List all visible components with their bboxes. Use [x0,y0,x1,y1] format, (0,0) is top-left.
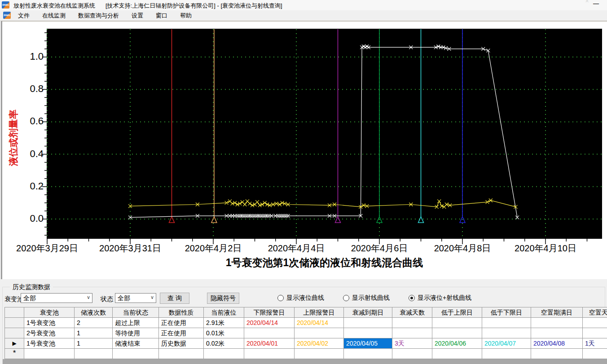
table-cell[interactable] [295,349,344,359]
column-header-13[interactable]: 空置天数 [583,307,607,318]
table-cell[interactable]: 2020/04/01 [244,338,295,349]
table-cell[interactable]: 2020/04/06 [432,338,482,349]
table-cell[interactable]: 1 [75,338,113,349]
menu-item-online-monitoring[interactable]: 在线监测 [36,10,72,21]
query-button[interactable]: 查 询 [160,293,189,304]
column-header-7[interactable]: 上限报警日 [295,307,344,318]
menu-item-data-query-analysis[interactable]: 数据查询与分析 [72,10,125,21]
app-title: 放射性废水衰变池在线监测系统 [13,2,95,10]
table-cell[interactable] [432,318,482,328]
table-cell[interactable]: 2号衰变池 [24,328,75,338]
menu-item-window[interactable]: 窗口 [150,10,174,21]
table-cell[interactable]: 2020/04/08 [531,338,583,349]
column-header-1[interactable]: 衰变池 [24,307,75,318]
y-tick-label: 1.0 [15,51,44,62]
x-tick-label: 2020年4月8日 [418,242,507,254]
table-cell[interactable] [204,349,244,359]
chart-title: 1号衰变池第1次储液的液位和射线混合曲线 [47,256,602,270]
table-cell[interactable] [583,349,607,359]
table-cell[interactable]: 1天 [583,338,607,349]
table-cell[interactable]: 0.02米 [204,338,244,349]
table-cell[interactable] [344,318,392,328]
menu-item-settings[interactable]: 设置 [125,10,150,21]
menu-item-help[interactable]: 帮助 [174,10,198,21]
table-cell[interactable]: 1号衰变池 [24,338,75,349]
radio-label: 显示液位+射线曲线 [418,294,471,302]
column-header-2[interactable]: 储液次数 [75,307,113,318]
table-cell[interactable] [482,349,531,359]
table-cell[interactable] [344,349,392,359]
column-header-12[interactable]: 空置期满日 [531,307,583,318]
table-cell[interactable]: 2020/04/14 [244,318,295,328]
column-header-5[interactable]: 当前液位 [204,307,244,318]
column-header-9[interactable]: 衰减天数 [392,307,432,318]
table-cell[interactable] [344,328,392,338]
table-cell[interactable]: 储液结束 [113,338,159,349]
column-header-3[interactable]: 当前状态 [113,307,159,318]
table-cell[interactable]: 1 [75,328,113,338]
table-cell[interactable]: 2020/04/05 [344,338,392,349]
table-cell[interactable]: 2 [75,318,113,328]
table-cell[interactable]: 正在使用 [159,318,204,328]
table-cell[interactable]: 1号衰变池 [24,318,75,328]
table-new-row: * [5,349,607,359]
radio-show-ray-curve[interactable]: 显示射线曲线 [343,294,390,302]
table-cell[interactable] [295,328,344,338]
column-header-6[interactable]: 下限报警日 [244,307,295,318]
app-logo-icon: RNRi [2,1,9,9]
chart-window: 液位或剂量率 0.00.20.40.60.81.0 2020年3月29日2020… [2,22,607,279]
menu-item-file[interactable]: 文件 [12,10,36,21]
table-cell[interactable]: 2020/04/07 [482,338,531,349]
minimize-icon[interactable]: — [593,0,599,7]
row-selector[interactable] [5,318,24,328]
table-cell[interactable] [482,318,531,328]
table-cell[interactable] [24,349,75,359]
table-cell[interactable] [531,349,583,359]
table-cell[interactable]: 正在使用 [159,328,204,338]
table-cell[interactable]: 0.01米 [204,328,244,338]
window-title-suffix: [技术支持:上海仁日辐射防护设备有限公司] - [衰变池液位与射线查询] [106,2,282,10]
table-cell[interactable] [482,328,531,338]
y-tick-label: 0.4 [15,148,44,160]
table-cell[interactable] [244,349,295,359]
table-cell[interactable]: 等待使用 [113,328,159,338]
table-cell[interactable] [392,349,432,359]
table-cell[interactable] [392,328,432,338]
radio-show-level-ray-curve[interactable]: 显示液位+射线曲线 [409,294,471,302]
table-cell[interactable]: 历史数据 [159,338,204,349]
row-selector[interactable] [5,328,24,338]
table-cell[interactable]: 2020/04/14 [295,318,344,328]
table-cell[interactable] [432,349,482,359]
select-all-cell[interactable] [5,307,24,318]
y-axis-label: 液位或剂量率 [7,84,19,192]
row-selector[interactable]: * [5,349,24,359]
table-cell[interactable] [159,349,204,359]
column-header-4[interactable]: 数据性质 [159,307,204,318]
table-cell[interactable] [432,328,482,338]
table-row: ▶1号衰变池1储液结束历史数据0.02米2020/04/012020/04/02… [5,338,607,349]
table-cell[interactable] [244,328,295,338]
table-cell[interactable] [583,318,607,328]
table-cell[interactable]: 超过上限 [113,318,159,328]
table-cell[interactable]: 2.91米 [204,318,244,328]
table-cell[interactable] [113,349,159,359]
table-cell[interactable] [392,318,432,328]
pool-filter-select[interactable]: 全部 [21,293,92,303]
status-filter-select[interactable]: 全部 [115,293,156,303]
y-tick-label: 0.6 [15,115,44,127]
column-header-10[interactable]: 低于上限日 [432,307,482,318]
column-header-11[interactable]: 低于下限日 [482,307,531,318]
table-cell[interactable] [531,328,583,338]
table-row: 2号衰变池1等待使用正在使用0.01米 [5,328,607,338]
close-icon[interactable]: ✕ [585,0,589,4]
history-data-panel: 历史监测数据 衰变池 全部 状态 全部 查 询 隐藏符号 显示液位曲线显示射线曲… [0,279,607,364]
table-cell[interactable] [75,349,113,359]
table-cell[interactable]: 3天 [392,338,432,349]
column-header-8[interactable]: 衰减到期日 [344,307,392,318]
table-cell[interactable]: 2020/04/02 [295,338,344,349]
table-cell[interactable] [531,318,583,328]
row-selector[interactable]: ▶ [5,338,24,349]
table-cell[interactable] [583,328,607,338]
hide-symbols-button[interactable]: 隐藏符号 [207,293,239,304]
radio-show-level-curve[interactable]: 显示液位曲线 [277,294,324,302]
